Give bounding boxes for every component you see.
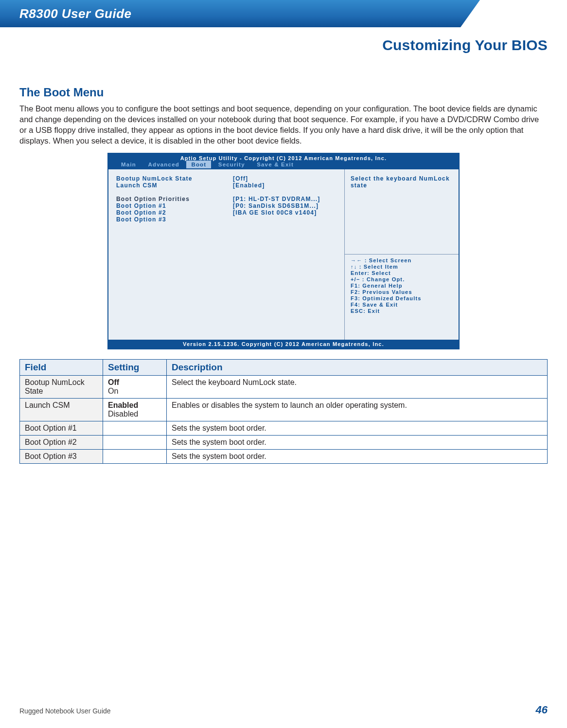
bios-help-2: Enter: Select: [351, 270, 453, 276]
cell-field: Boot Option #2: [20, 436, 103, 450]
th-desc: Description: [167, 360, 548, 376]
cell-setting: [103, 436, 167, 450]
bios-help-top: Select the keyboard NumLock state: [351, 175, 453, 189]
bios-help-8: ESC: Exit: [351, 308, 453, 314]
bios-val-opt1: [P1: HL-DT-ST DVDRAM...]: [233, 196, 342, 202]
bios-tab-advanced[interactable]: Advanced: [143, 161, 184, 168]
bios-help-4: F1: General Help: [351, 283, 453, 289]
footer-left: Rugged Notebook User Guide: [19, 707, 111, 715]
bios-help-1: ↑↓ : Select Item: [351, 264, 453, 270]
bios-opt-1[interactable]: Boot Option #1: [116, 202, 228, 209]
bios-help-5: F2: Previous Values: [351, 289, 453, 295]
cell-setting: [103, 450, 167, 464]
table-row: Launch CSMEnabledDisabledEnables or disa…: [20, 399, 548, 421]
bios-help-3: +/− : Change Opt.: [351, 276, 453, 282]
table-row: Boot Option #1Sets the system boot order…: [20, 421, 548, 436]
bios-right-col: Select the keyboard NumLock state →← : S…: [344, 169, 459, 340]
cell-field: Boot Option #3: [20, 450, 103, 464]
cell-field: Bootup NumLock State: [20, 376, 103, 399]
bios-opt-2[interactable]: Boot Option #2: [116, 209, 228, 216]
page-content: The Boot Menu The Boot menu allows you t…: [0, 54, 567, 464]
bios-tab-main[interactable]: Main: [116, 161, 141, 168]
bios-help-7: F4: Save & Exit: [351, 302, 453, 308]
bios-row-numlock[interactable]: Bootup NumLock State: [116, 175, 228, 182]
cell-desc: Sets the system boot order.: [167, 450, 548, 464]
bios-tabs: Main Advanced Boot Security Save & Exit: [108, 162, 459, 169]
section-body: The Boot menu allows you to configure th…: [19, 103, 548, 146]
cell-setting: [103, 421, 167, 436]
bios-opt-3[interactable]: Boot Option #3: [116, 216, 228, 223]
chapter-title: Customizing Your BIOS: [0, 27, 567, 54]
bios-help-6: F3: Optimized Defaults: [351, 295, 453, 301]
cell-desc: Select the keyboard NumLock state.: [167, 376, 548, 399]
bios-tab-security[interactable]: Security: [213, 161, 250, 168]
bios-footer: Version 2.15.1236. Copyright (C) 2012 Am…: [108, 340, 459, 348]
bios-val-opt3: [IBA GE Slot 00C8 v1404]: [233, 209, 342, 216]
bios-help-0: →← : Select Screen: [351, 257, 453, 263]
bios-tab-boot[interactable]: Boot: [186, 161, 211, 168]
cell-desc: Enables or disables the system to launch…: [167, 399, 548, 421]
table-row: Boot Option #3Sets the system boot order…: [20, 450, 548, 464]
th-field: Field: [20, 360, 103, 376]
section-heading: The Boot Menu: [19, 86, 548, 99]
cell-field: Launch CSM: [20, 399, 103, 421]
bios-row-csm[interactable]: Launch CSM: [116, 182, 228, 189]
bios-mid-col: [Off] [Enabled] [P1: HL-DT-ST DVDRAM...]…: [231, 169, 344, 340]
bios-tab-save-exit[interactable]: Save & Exit: [252, 161, 299, 168]
bios-screenshot: Aptio Setup Utility - Copyright (C) 2012…: [107, 153, 460, 349]
cell-setting: OffOn: [103, 376, 167, 399]
cell-desc: Sets the system boot order.: [167, 421, 548, 436]
bios-body: Bootup NumLock State Launch CSM Boot Opt…: [108, 169, 459, 340]
bios-val-opt2: [P0: SanDisk SD6SB1M...]: [233, 202, 342, 209]
settings-table: Field Setting Description Bootup NumLock…: [19, 359, 548, 464]
doc-title: R8300 User Guide: [19, 6, 132, 21]
cell-field: Boot Option #1: [20, 421, 103, 436]
cell-setting: EnabledDisabled: [103, 399, 167, 421]
bios-left-col: Bootup NumLock State Launch CSM Boot Opt…: [108, 169, 231, 340]
cell-desc: Sets the system boot order.: [167, 436, 548, 450]
bios-val-numlock: [Off]: [233, 175, 342, 182]
table-row: Boot Option #2Sets the system boot order…: [20, 436, 548, 450]
bios-val-csm: [Enabled]: [233, 182, 342, 189]
th-setting: Setting: [103, 360, 167, 376]
header-bar: R8300 User Guide: [0, 0, 567, 27]
bios-group-label: Boot Option Priorities: [116, 196, 228, 202]
page-footer: Rugged Notebook User Guide 46: [19, 704, 548, 716]
page-number: 46: [536, 704, 548, 716]
table-row: Bootup NumLock StateOffOnSelect the keyb…: [20, 376, 548, 399]
